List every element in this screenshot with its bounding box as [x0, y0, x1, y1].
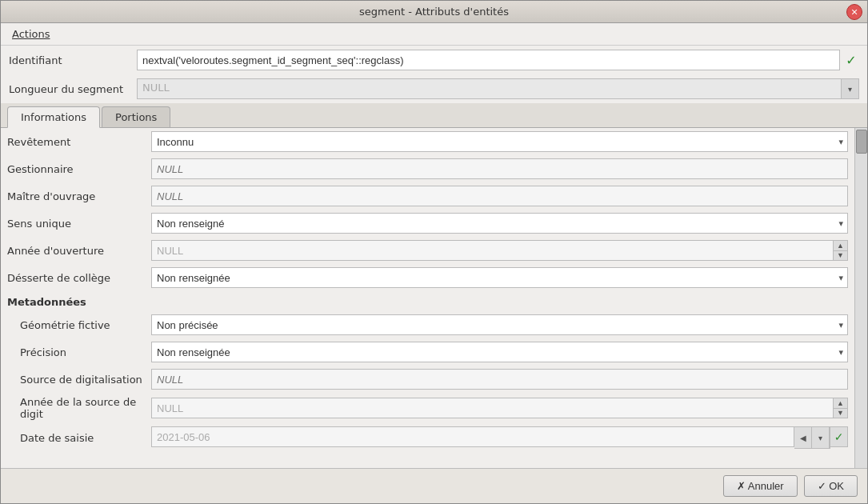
- titlebar: segment - Attributs d'entités ✕: [1, 1, 867, 23]
- desserte-college-row: Désserte de collège Non renseignée Oui N…: [1, 264, 854, 291]
- tab-bar: Informations Portions: [1, 103, 867, 128]
- identifiant-label: Identifiant: [9, 54, 137, 66]
- identifiant-check: ✓: [843, 52, 859, 68]
- menubar: Actions: [1, 23, 867, 46]
- geometrie-fictive-row: Géométrie fictive Non précisée Oui Non: [1, 311, 854, 338]
- longueur-row: Longueur du segment NULL ▾: [1, 74, 867, 103]
- geometrie-fictive-select-wrapper: Non précisée Oui Non: [151, 314, 848, 335]
- annee-source-digit-row: Année de la source de digit ▲ ▼: [1, 393, 854, 423]
- date-saisie-wrapper: ◀ ▾ ✓: [151, 426, 848, 449]
- source-digitalisation-input[interactable]: [151, 369, 848, 390]
- geometrie-fictive-select[interactable]: Non précisée Oui Non: [151, 314, 848, 335]
- annee-ouverture-spinner-wrapper: ▲ ▼: [151, 240, 848, 261]
- revetement-select-wrapper: Inconnu Bitume Béton Pavés Gravier Terre…: [151, 131, 848, 152]
- maitre-ouvrage-row: Maître d'ouvrage: [1, 182, 854, 210]
- maitre-ouvrage-input[interactable]: [151, 186, 848, 206]
- date-saisie-btns: ◀ ▾: [794, 426, 830, 449]
- sens-unique-select-wrapper: Non renseigné Oui Non: [151, 213, 848, 234]
- precision-select-wrapper: Non renseignée Bonne Moyenne Mauvaise: [151, 342, 848, 362]
- tab-inner: Revêtement Inconnu Bitume Béton Pavés Gr…: [1, 128, 854, 468]
- check-icon: ✓: [846, 53, 856, 68]
- sens-unique-select[interactable]: Non renseigné Oui Non: [151, 213, 848, 234]
- identifiant-row: Identifiant ✓: [1, 46, 867, 74]
- tabs-container: Informations Portions Revêtement Inconnu…: [1, 103, 867, 468]
- close-icon: ✕: [850, 8, 858, 17]
- main-window: segment - Attributs d'entités ✕ Actions …: [0, 0, 868, 504]
- annee-ouverture-input[interactable]: [151, 240, 834, 261]
- longueur-null-btn[interactable]: ▾: [841, 79, 858, 98]
- annee-source-digit-spinner-wrapper: ▲ ▼: [151, 398, 848, 418]
- annee-source-digit-spinner-btns: ▲ ▼: [834, 398, 848, 418]
- bottom-bar: ✗ Annuler ✓ OK: [1, 468, 867, 503]
- metadonnees-header: Metadonnées: [1, 291, 854, 311]
- annee-ouverture-row: Année d'ouverture ▲ ▼: [1, 237, 854, 264]
- annee-source-digit-up-btn[interactable]: ▲: [834, 398, 847, 409]
- tab-informations[interactable]: Informations: [7, 106, 100, 128]
- sens-unique-label: Sens unique: [7, 218, 151, 230]
- gestionnaire-label: Gestionnaire: [7, 163, 151, 175]
- sens-unique-row: Sens unique Non renseigné Oui Non: [1, 210, 854, 237]
- longueur-label: Longueur du segment: [9, 83, 137, 95]
- ok-button[interactable]: ✓ OK: [804, 475, 858, 497]
- desserte-college-select[interactable]: Non renseignée Oui Non: [151, 267, 848, 288]
- revetement-label: Revêtement: [7, 136, 151, 148]
- annee-source-digit-input[interactable]: [151, 398, 834, 418]
- annee-source-digit-down-btn[interactable]: ▼: [834, 409, 847, 418]
- date-saisie-input[interactable]: [151, 426, 794, 447]
- date-saisie-row: Date de saisie ◀ ▾ ✓: [1, 423, 854, 452]
- close-button[interactable]: ✕: [846, 4, 862, 20]
- revetement-row: Revêtement Inconnu Bitume Béton Pavés Gr…: [1, 128, 854, 155]
- gestionnaire-input[interactable]: [151, 158, 848, 179]
- longueur-field: NULL ▾: [137, 78, 859, 99]
- scrollbar[interactable]: [854, 128, 867, 468]
- geometrie-fictive-label: Géométrie fictive: [7, 319, 151, 331]
- date-saisie-clear-btn[interactable]: ▾: [812, 427, 830, 448]
- source-digitalisation-label: Source de digitalisation: [7, 374, 151, 386]
- annee-ouverture-spinner-btns: ▲ ▼: [834, 240, 848, 261]
- identifiant-input[interactable]: [137, 50, 840, 70]
- precision-select[interactable]: Non renseignée Bonne Moyenne Mauvaise: [151, 342, 848, 362]
- scrollbar-thumb[interactable]: [856, 130, 867, 154]
- date-saisie-label: Date de saisie: [7, 432, 151, 444]
- annee-ouverture-down-btn[interactable]: ▼: [834, 251, 847, 261]
- actions-menu[interactable]: Actions: [7, 26, 55, 42]
- date-saisie-calendar-btn[interactable]: ◀: [794, 427, 812, 448]
- maitre-ouvrage-label: Maître d'ouvrage: [7, 190, 151, 202]
- annee-ouverture-up-btn[interactable]: ▲: [834, 241, 847, 251]
- gestionnaire-row: Gestionnaire: [1, 155, 854, 182]
- desserte-college-label: Désserte de collège: [7, 272, 151, 284]
- precision-row: Précision Non renseignée Bonne Moyenne M…: [1, 338, 854, 366]
- tab-content: Revêtement Inconnu Bitume Béton Pavés Gr…: [1, 128, 867, 468]
- annee-source-digit-label: Année de la source de digit: [7, 396, 151, 420]
- annee-ouverture-label: Année d'ouverture: [7, 245, 151, 257]
- precision-label: Précision: [7, 346, 151, 358]
- source-digitalisation-row: Source de digitalisation: [1, 366, 854, 393]
- date-saisie-check[interactable]: ✓: [830, 426, 848, 447]
- desserte-college-select-wrapper: Non renseignée Oui Non: [151, 267, 848, 288]
- revetement-select[interactable]: Inconnu Bitume Béton Pavés Gravier Terre…: [151, 131, 848, 152]
- tab-portions[interactable]: Portions: [102, 106, 170, 127]
- window-title: segment - Attributs d'entités: [359, 6, 509, 18]
- longueur-value: NULL: [142, 82, 170, 94]
- cancel-button[interactable]: ✗ Annuler: [723, 475, 798, 497]
